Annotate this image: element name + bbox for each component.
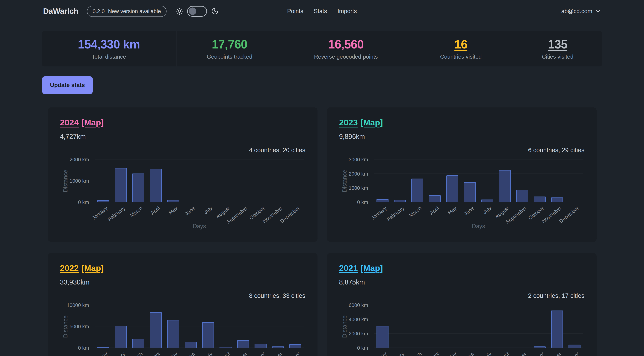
bar-slot bbox=[566, 305, 583, 348]
gridline bbox=[94, 305, 304, 305]
x-axis-title: Days bbox=[193, 223, 206, 230]
cards-grid: 2024[Map]4,727km4 countries, 20 citiesDi… bbox=[48, 107, 596, 356]
bar-slot bbox=[514, 160, 531, 202]
stat-cell: 16,560Reverse geocoded points bbox=[283, 31, 409, 66]
app-logo[interactable]: DaWarIch bbox=[43, 7, 78, 16]
bar bbox=[220, 347, 232, 348]
version-message: New version available bbox=[108, 8, 161, 14]
bar-slot bbox=[391, 160, 408, 202]
bar bbox=[464, 182, 476, 202]
bar bbox=[534, 197, 546, 202]
x-tick-label: May bbox=[168, 205, 178, 216]
version-number: 0.2.0 bbox=[92, 8, 105, 14]
bar bbox=[429, 195, 441, 202]
distance-bar-chart: Distance0 km1000 km2000 km3000 kmJanuary… bbox=[339, 157, 584, 233]
year-summary: 8 countries, 33 cities bbox=[60, 292, 305, 299]
stat-value: 16,560 bbox=[328, 37, 364, 51]
bar-slot bbox=[147, 305, 164, 348]
nav-points[interactable]: Points bbox=[287, 8, 303, 14]
bar-slot bbox=[444, 160, 461, 202]
bar-slot bbox=[531, 305, 548, 348]
x-tick-label: February bbox=[386, 351, 405, 356]
card-title: 2021[Map] bbox=[339, 263, 584, 273]
bar bbox=[481, 200, 493, 202]
bar-slot bbox=[514, 305, 531, 348]
map-link[interactable]: [Map] bbox=[81, 263, 104, 273]
year-link[interactable]: 2021 bbox=[339, 263, 358, 273]
bar bbox=[551, 311, 563, 348]
map-link[interactable]: [Map] bbox=[360, 118, 383, 127]
year-card-2021: 2021[Map]8,875km2 countries, 17 citiesDi… bbox=[327, 253, 596, 356]
x-tick-label: February bbox=[107, 351, 126, 356]
y-tick-label: 2000 km bbox=[339, 331, 368, 337]
year-link[interactable]: 2024 bbox=[60, 118, 79, 127]
bar bbox=[167, 320, 179, 348]
bar bbox=[132, 174, 144, 202]
bar-slot bbox=[200, 305, 217, 348]
x-tick-label: February bbox=[107, 205, 126, 222]
y-tick-label: 0 km bbox=[339, 200, 368, 205]
user-email: ab@cd.com bbox=[561, 8, 592, 14]
stat-value: 17,760 bbox=[212, 37, 248, 51]
x-tick-label: March bbox=[129, 205, 144, 219]
bar bbox=[376, 199, 388, 202]
x-tick-label: June bbox=[184, 351, 196, 356]
bar-slot bbox=[548, 305, 566, 348]
bar-slot bbox=[269, 305, 287, 348]
x-tick-label: March bbox=[408, 205, 423, 219]
bar-slot bbox=[252, 160, 269, 202]
year-distance: 9,896km bbox=[339, 133, 584, 141]
y-tick-label: 0 km bbox=[60, 200, 89, 205]
bar bbox=[272, 347, 284, 348]
bar bbox=[534, 347, 546, 348]
bar-slot bbox=[112, 160, 130, 202]
x-tick-label: July bbox=[482, 205, 493, 215]
year-link[interactable]: 2023 bbox=[339, 118, 358, 127]
bar bbox=[411, 179, 423, 202]
plot-area bbox=[94, 305, 304, 348]
bar bbox=[551, 197, 563, 202]
nav-stats[interactable]: Stats bbox=[314, 8, 327, 14]
stat-label: Reverse geocoded points bbox=[314, 53, 378, 60]
bar-slot bbox=[444, 305, 461, 348]
stats-panel: 154,330 kmTotal distance17,760Geopoints … bbox=[42, 31, 602, 66]
map-link[interactable]: [Map] bbox=[360, 263, 383, 273]
stat-label: Total distance bbox=[92, 53, 126, 60]
x-tick-label: August bbox=[494, 205, 510, 220]
bar-slot bbox=[182, 160, 199, 202]
map-link[interactable]: [Map] bbox=[81, 118, 104, 127]
x-tick-label: August bbox=[215, 351, 231, 356]
bar-slot bbox=[287, 305, 304, 348]
user-menu[interactable]: ab@cd.com bbox=[561, 8, 601, 14]
stat-label: Cities visited bbox=[542, 53, 574, 60]
bar bbox=[394, 200, 406, 202]
x-tick-label: October bbox=[248, 351, 266, 356]
app-header: DaWarIch 0.2.0 New version available bbox=[0, 0, 644, 22]
gridline bbox=[374, 305, 583, 305]
bar-slot bbox=[374, 160, 391, 202]
nav-imports[interactable]: Imports bbox=[338, 8, 357, 14]
year-link[interactable]: 2022 bbox=[60, 263, 79, 273]
theme-toggle-knob bbox=[189, 7, 196, 15]
bar-slot bbox=[461, 160, 478, 202]
theme-toggle[interactable] bbox=[187, 6, 207, 17]
x-tick-label: July bbox=[203, 351, 214, 356]
update-stats-button[interactable]: Update stats bbox=[42, 76, 93, 94]
bar bbox=[185, 342, 197, 348]
plot-area bbox=[94, 160, 304, 202]
stat-value[interactable]: 16 bbox=[454, 37, 467, 51]
x-tick-label: July bbox=[482, 351, 493, 356]
stat-value[interactable]: 135 bbox=[548, 37, 568, 51]
bar-slot bbox=[130, 160, 147, 202]
bar bbox=[237, 340, 249, 348]
y-tick-label: 1000 km bbox=[60, 178, 89, 184]
distance-bar-chart: Distance0 km1000 km2000 kmJanuaryFebruar… bbox=[60, 157, 305, 233]
bar-slot bbox=[94, 305, 112, 348]
y-tick-label: 1000 km bbox=[339, 185, 368, 191]
year-distance: 33,930km bbox=[60, 278, 305, 286]
version-badge[interactable]: 0.2.0 New version available bbox=[87, 6, 166, 17]
bar-slot bbox=[164, 305, 182, 348]
sun-icon bbox=[176, 8, 183, 15]
year-card-2023: 2023[Map]9,896km6 countries, 29 citiesDi… bbox=[327, 107, 596, 242]
x-tick-label: April bbox=[150, 351, 161, 356]
